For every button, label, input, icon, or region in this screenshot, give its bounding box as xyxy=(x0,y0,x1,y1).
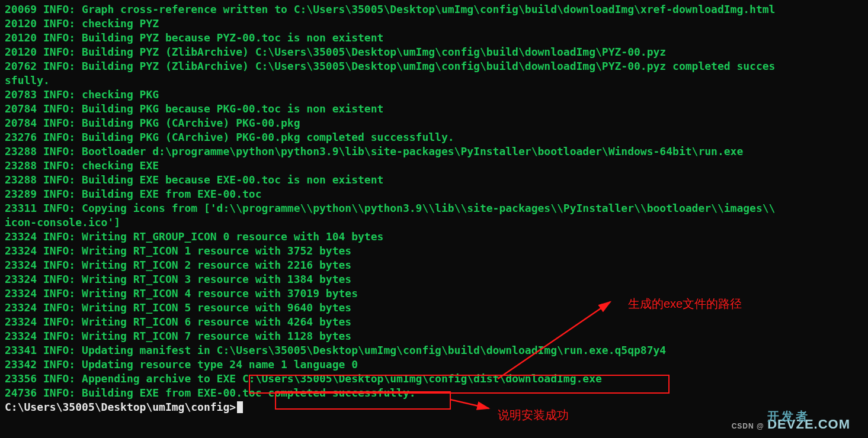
terminal-line: 23324 INFO: Writing RT_ICON 5 resource w… xyxy=(5,301,863,315)
terminal-line: 23324 INFO: Writing RT_ICON 1 resource w… xyxy=(5,244,863,258)
terminal-output: 20069 INFO: Graph cross-reference writte… xyxy=(5,2,863,400)
terminal-line: 23288 INFO: checking EXE xyxy=(5,159,863,173)
terminal-line: 20120 INFO: Building PYZ (ZlibArchive) C… xyxy=(5,45,863,59)
terminal-line: 23288 INFO: Building EXE because EXE-00.… xyxy=(5,173,863,187)
terminal-line: 23324 INFO: Writing RT_ICON 4 resource w… xyxy=(5,286,863,301)
terminal-line: 20762 INFO: Building PYZ (ZlibArchive) C… xyxy=(5,59,863,73)
terminal-line: 20120 INFO: Building PYZ because PYZ-00.… xyxy=(5,31,863,45)
terminal-line: 24736 INFO: Building EXE from EXE-00.toc… xyxy=(5,386,863,400)
watermark: CSDN @ DEVZE.COM 开发者 xyxy=(732,417,850,432)
terminal-line: 23342 INFO: Updating resource type 24 na… xyxy=(5,358,863,372)
cursor-icon[interactable] xyxy=(237,401,243,413)
watermark-big: DEVZE.COM 开发者 xyxy=(767,417,850,431)
terminal-line: 23311 INFO: Copying icons from ['d:\\pro… xyxy=(5,201,863,215)
terminal-line: 23324 INFO: Writing RT_ICON 6 resource w… xyxy=(5,315,863,329)
terminal-line: 23324 INFO: Writing RT_ICON 3 resource w… xyxy=(5,272,863,286)
watermark-small: CSDN @ xyxy=(732,422,764,430)
terminal-line: 20069 INFO: Graph cross-reference writte… xyxy=(5,2,863,17)
terminal-line: 23288 INFO: Bootloader d:\programme\pyth… xyxy=(5,144,863,159)
terminal-line: 20120 INFO: checking PYZ xyxy=(5,17,863,31)
terminal-line: 23324 INFO: Writing RT_ICON 2 resource w… xyxy=(5,258,863,272)
terminal-prompt: C:\Users\35005\Desktop\umImg\config> xyxy=(5,401,236,413)
terminal-line: 20783 INFO: checking PKG xyxy=(5,88,863,102)
terminal-line: sfully. xyxy=(5,73,863,88)
terminal-window[interactable]: 20069 INFO: Graph cross-reference writte… xyxy=(0,0,868,438)
terminal-line: 23324 INFO: Writing RT_ICON 7 resource w… xyxy=(5,329,863,343)
terminal-line: icon-console.ico'] xyxy=(5,215,863,230)
terminal-line: 23276 INFO: Building PKG (CArchive) PKG-… xyxy=(5,130,863,144)
terminal-line: 23356 INFO: Appending archive to EXE C:\… xyxy=(5,372,863,386)
terminal-line: 20784 INFO: Building PKG (CArchive) PKG-… xyxy=(5,116,863,130)
terminal-line: 23341 INFO: Updating manifest in C:\User… xyxy=(5,343,863,358)
terminal-line: 23289 INFO: Building EXE from EXE-00.toc xyxy=(5,187,863,201)
terminal-line: 20784 INFO: Building PKG because PKG-00.… xyxy=(5,102,863,116)
watermark-overlay: 开发者 xyxy=(767,408,810,424)
terminal-line: 23324 INFO: Writing RT_GROUP_ICON 0 reso… xyxy=(5,230,863,244)
